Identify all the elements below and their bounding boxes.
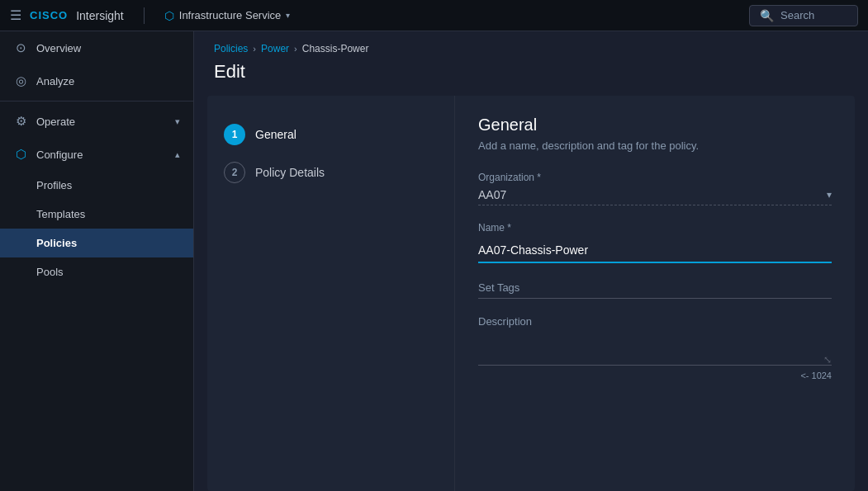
sidebar-label-policies: Policies [36,237,77,249]
tags-label: Set Tags [478,281,519,294]
description-label: Description [478,315,832,328]
breadcrumb: Policies › Power › Chassis-Power [194,31,868,58]
configure-icon: ⬡ [13,147,28,162]
main-layout: ⊙ Overview ◎ Analyze ⚙ Operate ▾ ⬡ Confi… [0,31,868,491]
organization-chevron-icon: ▾ [827,189,832,201]
tags-field: Set Tags [478,280,832,299]
sidebar-label-overview: Overview [36,42,81,54]
overview-icon: ⊙ [13,40,28,55]
cisco-logo: CISCO [30,9,68,21]
step-2-number: 2 [224,162,245,183]
sidebar-item-policies[interactable]: Policies [0,229,193,257]
step-2[interactable]: 2 Policy Details [224,153,438,191]
sidebar-item-analyze[interactable]: ◎ Analyze [0,64,193,97]
analyze-icon: ◎ [13,73,28,88]
breadcrumb-policies[interactable]: Policies [214,43,248,54]
form-title: General [478,116,832,135]
sidebar-item-overview[interactable]: ⊙ Overview [0,31,193,64]
sidebar-item-profiles[interactable]: Profiles [0,171,193,200]
breadcrumb-sep-1: › [253,44,256,54]
steps-panel: 1 General 2 Policy Details [207,96,455,491]
resize-handle-icon: ⤡ [823,354,832,366]
search-icon: 🔍 [760,9,774,22]
sidebar-divider-1 [0,101,193,102]
configure-chevron-icon: ▴ [175,149,180,160]
description-textarea[interactable] [478,333,832,366]
sidebar: ⊙ Overview ◎ Analyze ⚙ Operate ▾ ⬡ Confi… [0,31,194,491]
content-area: Policies › Power › Chassis-Power Edit 1 … [194,31,868,491]
step-1-number: 1 [224,124,245,145]
operate-chevron-icon: ▾ [175,116,180,127]
app-name: Intersight [76,9,124,22]
organization-value: AA07 [478,188,827,201]
topbar-left: ☰ CISCO Intersight ⬡ Infrastructure Serv… [10,7,290,24]
sidebar-label-analyze: Analyze [36,75,74,87]
name-input[interactable] [478,238,832,263]
organization-select[interactable]: AA07 ▾ [478,188,832,205]
service-name: Infrastructure Service [179,9,282,21]
sidebar-label-configure: Configure [36,149,83,161]
sidebar-label-templates: Templates [36,208,85,220]
description-field: Description ⤡ <- 1024 [478,315,832,380]
form-panel: General Add a name, description and tag … [455,96,855,491]
page-title: Edit [194,58,868,96]
step-1-label: General [255,128,296,141]
organization-label: Organization * [478,172,832,183]
operate-icon: ⚙ [13,114,28,129]
service-selector[interactable]: ⬡ Infrastructure Service ▾ [164,9,291,22]
search-bar[interactable]: 🔍 Search [749,5,858,26]
service-icon: ⬡ [164,9,174,22]
step-1[interactable]: 1 General [224,116,438,153]
cisco-wordmark: CISCO [30,9,68,21]
service-chevron-icon: ▾ [286,11,290,20]
breadcrumb-sep-2: › [294,44,297,54]
sidebar-item-configure[interactable]: ⬡ Configure ▴ [0,138,193,171]
sidebar-item-pools[interactable]: Pools [0,257,193,286]
sidebar-label-profiles: Profiles [36,179,72,191]
search-label: Search [780,9,814,21]
topbar: ☰ CISCO Intersight ⬡ Infrastructure Serv… [0,0,868,31]
breadcrumb-power[interactable]: Power [261,43,289,54]
name-label: Name * [478,222,832,234]
sidebar-label-operate: Operate [36,116,75,128]
topbar-divider [144,7,145,24]
name-field: Name * [478,222,832,263]
breadcrumb-chassis-power: Chassis-Power [302,43,369,54]
sidebar-label-pools: Pools [36,266,64,278]
sidebar-item-operate[interactable]: ⚙ Operate ▾ [0,105,193,138]
edit-layout: 1 General 2 Policy Details General Add a… [207,96,855,491]
organization-field: Organization * AA07 ▾ [478,172,832,205]
form-subtitle: Add a name, description and tag for the … [478,139,832,152]
sidebar-item-templates[interactable]: Templates [0,200,193,229]
hamburger-menu-icon[interactable]: ☰ [10,7,21,23]
step-2-label: Policy Details [255,166,325,179]
char-count: <- 1024 [478,371,832,380]
